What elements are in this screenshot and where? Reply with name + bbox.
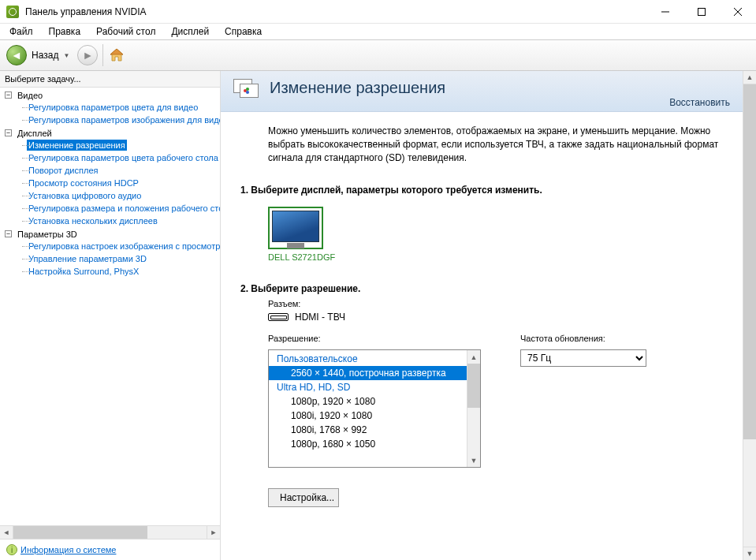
back-button[interactable]: ◄ <box>6 45 27 65</box>
nvidia-app-icon <box>6 6 19 18</box>
tree-item-surround-physx[interactable]: Настройка Surround, PhysX <box>27 266 140 277</box>
hdmi-icon <box>268 313 289 321</box>
tree-item-rotate[interactable]: Поворот дисплея <box>27 165 99 176</box>
close-button[interactable] <box>720 0 756 24</box>
refresh-rate-select[interactable]: 75 Гц <box>520 349 646 367</box>
connector-value: HDMI - ТВЧ <box>295 312 345 323</box>
right-panel: Изменение разрешения Восстановить Можно … <box>221 71 756 560</box>
hscroll-thumb[interactable] <box>13 526 147 539</box>
menu-edit[interactable]: Правка <box>43 24 88 39</box>
scroll-thumb[interactable] <box>467 364 480 408</box>
restore-link[interactable]: Восстановить <box>669 97 730 108</box>
task-header: Выберите задачу... <box>0 71 220 88</box>
tree-cat-3d[interactable]: Параметры 3D <box>16 229 79 240</box>
menubar: Файл Правка Рабочий стол Дисплей Справка <box>0 24 756 39</box>
resolution-listbox[interactable]: Пользовательское 2560 × 1440, построчная… <box>268 349 481 468</box>
tree-item-3d-preview[interactable]: Регулировка настроек изображения с просм… <box>27 241 220 252</box>
main-scroll-up[interactable]: ▲ <box>743 71 756 84</box>
resolution-header-icon <box>233 79 262 104</box>
section-2-label: 2. Выберите разрешение. <box>240 283 730 294</box>
tree-item-multi-display[interactable]: Установка нескольких дисплеев <box>27 215 159 226</box>
tree-item-size-position[interactable]: Регулировка размера и положения рабочего… <box>27 203 220 214</box>
tree-item-desktop-color[interactable]: Регулировка параметров цвета рабочего ст… <box>27 152 220 163</box>
page-description: Можно уменьшить количество элементов, от… <box>268 125 730 164</box>
tree-cat-display[interactable]: Дисплей <box>16 128 54 139</box>
tree-toggle-display[interactable]: − <box>5 129 12 136</box>
window-title: Панель управления NVIDIA <box>25 6 147 17</box>
refresh-label: Частота обновления: <box>520 334 646 343</box>
left-hscrollbar[interactable]: ◄ ► <box>0 525 220 539</box>
tree-item-video-color[interactable]: Регулировка параметров цвета для видео <box>27 102 199 113</box>
arrow-right-icon: ► <box>82 50 93 61</box>
tree-cat-video[interactable]: Видео <box>16 90 44 101</box>
toolbar: ◄ Назад ▼ ► <box>0 39 756 71</box>
res-item[interactable]: 1080i, 1920 × 1080 <box>269 409 467 423</box>
resolution-label: Разрешение: <box>268 334 481 343</box>
monitor-icon <box>272 211 319 242</box>
menu-desktop[interactable]: Рабочий стол <box>90 24 162 39</box>
menu-file[interactable]: Файл <box>3 24 39 39</box>
tree-item-3d-manage[interactable]: Управление параметрами 3D <box>27 253 148 264</box>
page-header: Изменение разрешения Восстановить <box>221 71 743 112</box>
res-item-selected[interactable]: 2560 × 1440, построчная развертка <box>269 366 467 380</box>
page-title: Изменение разрешения <box>270 79 445 97</box>
system-info-link[interactable]: Информация о системе <box>20 545 116 554</box>
res-category-custom: Пользовательское <box>269 352 467 366</box>
info-icon: i <box>6 544 17 555</box>
titlebar: Панель управления NVIDIA <box>0 0 756 24</box>
scroll-down-arrow[interactable]: ▼ <box>467 454 480 467</box>
res-item[interactable]: 1080i, 1768 × 992 <box>269 423 467 437</box>
tree-item-video-image[interactable]: Регулировка параметров изображения для в… <box>27 114 220 125</box>
hscroll-right-arrow[interactable]: ► <box>207 526 220 539</box>
main-vscrollbar[interactable]: ▲ ▼ <box>743 71 756 560</box>
display-thumbnail[interactable] <box>268 207 323 249</box>
menu-display[interactable]: Дисплей <box>165 24 215 39</box>
reslist-scrollbar[interactable]: ▲ ▼ <box>467 350 480 467</box>
tree-toggle-3d[interactable]: − <box>5 230 12 237</box>
display-name-label[interactable]: DELL S2721DGF <box>268 252 335 262</box>
svg-point-2 <box>246 88 249 91</box>
res-category-hd: Ultra HD, HD, SD <box>269 380 467 394</box>
back-label: Назад <box>32 50 58 61</box>
arrow-left-icon: ◄ <box>11 50 22 61</box>
connector-label: Разъем: <box>268 299 730 308</box>
tree-item-hdcp[interactable]: Просмотр состояния HDCP <box>27 177 140 189</box>
task-tree: − Видео Регулировка параметров цвета для… <box>0 88 220 525</box>
maximize-button[interactable] <box>683 0 720 24</box>
tree-item-resolution[interactable]: Изменение разрешения <box>27 140 127 151</box>
main-scroll-down[interactable]: ▼ <box>743 547 756 560</box>
svg-rect-0 <box>698 8 706 15</box>
home-button[interactable] <box>108 47 125 64</box>
back-dropdown[interactable]: ▼ <box>63 52 69 59</box>
minimize-button[interactable] <box>647 0 683 24</box>
res-item[interactable]: 1080p, 1680 × 1050 <box>269 437 467 451</box>
section-1-label: 1. Выберите дисплей, параметры которого … <box>240 185 730 196</box>
left-panel: Выберите задачу... − Видео Регулировка п… <box>0 71 221 560</box>
separator <box>102 44 103 66</box>
scroll-up-arrow[interactable]: ▲ <box>467 350 480 364</box>
res-item[interactable]: 1080p, 1920 × 1080 <box>269 394 467 409</box>
home-icon <box>108 47 125 64</box>
configure-button[interactable]: Настройка... <box>268 488 339 507</box>
forward-button[interactable]: ► <box>77 45 98 65</box>
main-scroll-thumb[interactable] <box>743 84 756 439</box>
tree-toggle-video[interactable]: − <box>5 91 12 99</box>
svg-point-3 <box>246 91 249 94</box>
tree-item-digital-audio[interactable]: Установка цифрового аудио <box>27 190 143 201</box>
menu-help[interactable]: Справка <box>218 24 268 39</box>
hscroll-left-arrow[interactable]: ◄ <box>0 526 13 539</box>
